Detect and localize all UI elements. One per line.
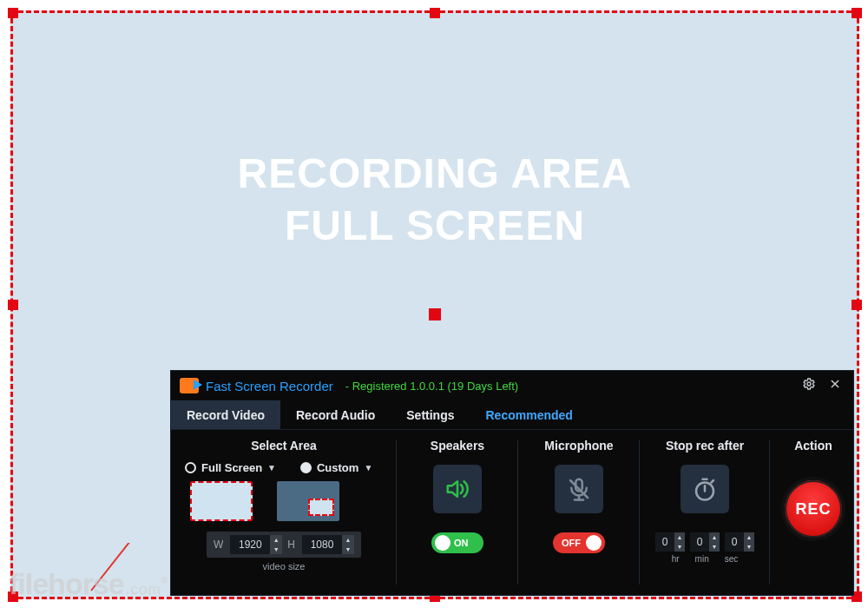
gear-icon[interactable] bbox=[799, 377, 819, 394]
radio-full-screen-dot bbox=[185, 462, 196, 473]
watermark-name: filehorse bbox=[9, 567, 124, 600]
tab-record-audio[interactable]: Record Audio bbox=[280, 400, 391, 429]
sec-input[interactable] bbox=[725, 532, 744, 552]
hr-label: hr bbox=[672, 554, 680, 564]
license-status: - Registered 1.0.0.1 (19 Days Left) bbox=[345, 380, 518, 393]
radio-custom[interactable]: Custom ▼ bbox=[300, 461, 372, 474]
sec-down[interactable]: ▼ bbox=[744, 542, 754, 552]
column-action: Action REC bbox=[770, 430, 857, 595]
height-input[interactable] bbox=[302, 535, 342, 554]
width-stepper[interactable]: ▲▼ bbox=[230, 535, 282, 554]
stop-after-title: Stop rec after bbox=[666, 439, 744, 453]
microphone-toggle-label: OFF bbox=[562, 538, 581, 548]
close-icon[interactable] bbox=[825, 378, 845, 393]
record-button[interactable]: REC bbox=[781, 477, 845, 541]
app-title: Fast Screen Recorder bbox=[206, 379, 333, 393]
hr-up[interactable]: ▲ bbox=[674, 532, 685, 542]
recording-area-label-2: FULL SCREEN bbox=[13, 200, 857, 252]
recording-area-label: RECORDING AREA FULL SCREEN bbox=[13, 148, 857, 252]
area-thumbs bbox=[181, 481, 386, 521]
area-radio-row: Full Screen ▼ Custom ▼ bbox=[181, 461, 386, 474]
width-label: W bbox=[214, 539, 223, 551]
chevron-down-icon[interactable]: ▼ bbox=[364, 463, 372, 473]
speakers-toggle[interactable]: ON bbox=[431, 532, 483, 553]
timer-labels: hr min sec bbox=[672, 554, 739, 564]
hr-stepper[interactable]: ▲▼ bbox=[655, 532, 685, 552]
select-area-title: Select Area bbox=[251, 439, 317, 453]
height-stepper[interactable]: ▲▼ bbox=[302, 535, 354, 554]
sec-stepper[interactable]: ▲▼ bbox=[725, 532, 754, 552]
resize-handle-top-left[interactable] bbox=[8, 8, 18, 18]
microphone-toggle[interactable]: OFF bbox=[553, 532, 605, 553]
hr-input[interactable] bbox=[655, 532, 674, 552]
watermark-reg: ® bbox=[161, 575, 168, 585]
chevron-down-icon[interactable]: ▼ bbox=[267, 463, 276, 473]
radio-custom-dot bbox=[300, 462, 312, 473]
speakers-title: Speakers bbox=[431, 439, 484, 453]
min-input[interactable] bbox=[690, 532, 709, 552]
column-speakers: Speakers ON bbox=[397, 430, 518, 595]
tab-record-video[interactable]: Record Video bbox=[171, 400, 280, 429]
app-icon bbox=[180, 378, 199, 393]
speaker-icon bbox=[444, 476, 470, 502]
sec-up[interactable]: ▲ bbox=[744, 532, 754, 542]
action-title: Action bbox=[794, 439, 832, 453]
height-label: H bbox=[287, 539, 295, 551]
column-microphone: Microphone OFF bbox=[518, 430, 640, 595]
resize-handle-center[interactable] bbox=[429, 308, 441, 321]
width-input[interactable] bbox=[230, 535, 270, 554]
resize-handle-top-right[interactable] bbox=[852, 8, 862, 18]
speakers-tile[interactable] bbox=[433, 465, 482, 513]
video-size-note: video size bbox=[263, 561, 306, 572]
width-up[interactable]: ▲ bbox=[270, 535, 282, 545]
width-down[interactable]: ▼ bbox=[270, 545, 282, 554]
hr-down[interactable]: ▼ bbox=[674, 542, 685, 552]
height-up[interactable]: ▲ bbox=[342, 535, 354, 545]
column-select-area: Select Area Full Screen ▼ Custom ▼ W bbox=[171, 430, 397, 595]
microphone-tile[interactable] bbox=[555, 465, 603, 513]
tab-recommended[interactable]: Recommended bbox=[470, 400, 589, 429]
stopwatch-icon bbox=[692, 476, 718, 502]
resize-handle-middle-left[interactable] bbox=[8, 300, 18, 310]
min-label: min bbox=[695, 554, 709, 564]
microphone-title: Microphone bbox=[544, 439, 613, 453]
radio-custom-label: Custom bbox=[317, 461, 358, 474]
column-stop-after: Stop rec after ▲▼ ▲▼ ▲▼ hr min sec bbox=[640, 430, 770, 595]
resize-handle-top-center[interactable] bbox=[430, 8, 440, 18]
video-size-row: W ▲▼ H ▲▼ bbox=[207, 532, 361, 558]
sec-label: sec bbox=[725, 554, 739, 564]
record-button-label: REC bbox=[795, 500, 831, 519]
min-stepper[interactable]: ▲▼ bbox=[690, 532, 720, 552]
tabs: Record Video Record Audio Settings Recom… bbox=[171, 400, 853, 430]
speakers-toggle-label: ON bbox=[454, 538, 469, 548]
recording-area-label-1: RECORDING AREA bbox=[13, 148, 857, 200]
tab-settings[interactable]: Settings bbox=[391, 400, 470, 429]
min-down[interactable]: ▼ bbox=[709, 542, 720, 552]
resize-handle-middle-right[interactable] bbox=[852, 300, 862, 310]
svg-line-12 bbox=[712, 480, 714, 483]
height-down[interactable]: ▼ bbox=[342, 545, 354, 554]
recorder-panel: Fast Screen Recorder - Registered 1.0.0.… bbox=[170, 370, 854, 596]
titlebar: Fast Screen Recorder - Registered 1.0.0.… bbox=[171, 371, 853, 400]
microphone-muted-icon bbox=[566, 476, 592, 502]
panel-body: Select Area Full Screen ▼ Custom ▼ W bbox=[171, 430, 853, 595]
min-up[interactable]: ▲ bbox=[709, 532, 720, 542]
watermark-tld: .com bbox=[126, 581, 161, 598]
thumb-custom-area[interactable] bbox=[277, 481, 339, 521]
watermark: filehorse.com® bbox=[9, 567, 168, 601]
stop-after-tile[interactable] bbox=[681, 465, 729, 513]
radio-full-screen-label: Full Screen bbox=[201, 461, 262, 474]
thumb-full-screen[interactable] bbox=[190, 481, 253, 521]
radio-full-screen[interactable]: Full Screen ▼ bbox=[185, 461, 276, 474]
svg-point-1 bbox=[807, 382, 811, 386]
timer-row: ▲▼ ▲▼ ▲▼ bbox=[655, 532, 754, 552]
svg-marker-4 bbox=[448, 481, 457, 497]
